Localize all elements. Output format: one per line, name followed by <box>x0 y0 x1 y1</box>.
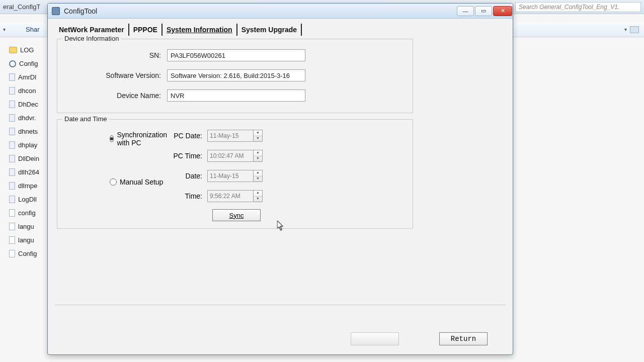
date-field[interactable] <box>207 170 254 182</box>
file-item[interactable]: Config <box>9 57 47 70</box>
radio-sync-pc[interactable] <box>110 135 114 142</box>
file-item[interactable]: LogDll <box>9 193 47 206</box>
dll-icon <box>9 87 15 95</box>
explorer-search-input[interactable]: Search General_ConfigTool_Eng_V1. <box>515 2 641 12</box>
app-icon <box>52 7 60 15</box>
date-label: Date: <box>167 172 207 180</box>
file-name: dhnets <box>18 128 38 135</box>
view-dropdown-icon[interactable]: ▾ <box>624 27 627 32</box>
file-name: dllmpe <box>18 182 37 190</box>
file-name: DhDec <box>18 101 38 108</box>
file-name: langu <box>18 236 34 244</box>
file-name: dhcon <box>18 87 36 95</box>
pc-time-spinner[interactable]: ▲▼ <box>254 150 263 162</box>
file-name: DllDein <box>18 155 39 162</box>
configtool-titlebar[interactable]: ConfigTool — ▭ ✕ <box>48 4 513 19</box>
file-item[interactable]: dhcon <box>9 84 47 98</box>
dname-field[interactable] <box>167 89 305 102</box>
tab-body: Device Information SN: Software Version:… <box>55 39 506 305</box>
file-item[interactable]: AmrDl <box>9 70 47 84</box>
sn-field[interactable] <box>167 49 305 61</box>
pc-time-label: PC Time: <box>167 152 207 160</box>
tab-system-information[interactable]: System Information <box>163 24 237 36</box>
file-item[interactable]: DhDec <box>9 98 47 111</box>
dll-icon <box>9 155 15 162</box>
tab-system-upgrade[interactable]: System Upgrade <box>237 24 302 36</box>
file-item[interactable]: DllDein <box>9 152 47 165</box>
time-label: Time: <box>167 192 207 200</box>
file-item[interactable]: dllh264 <box>9 165 47 179</box>
file-name: config <box>18 209 36 217</box>
maximize-button[interactable]: ▭ <box>475 6 492 16</box>
dll-icon <box>9 168 15 176</box>
swver-label: Software Version: <box>66 71 167 79</box>
radio-sync-label: Synchronization with PC <box>117 131 167 147</box>
pc-time-field[interactable] <box>207 150 254 162</box>
dll-icon <box>9 182 15 190</box>
file-item[interactable]: dhnets <box>9 125 47 138</box>
radio-manual-label: Manual Setup <box>120 178 163 186</box>
file-name: LOG <box>20 46 34 54</box>
file-name: Config <box>18 250 37 257</box>
datetime-legend: Date and Time <box>62 115 109 123</box>
gear-icon <box>9 60 16 67</box>
minimize-button[interactable]: — <box>457 6 474 16</box>
file-item[interactable]: dhplay <box>9 138 47 152</box>
folder-icon <box>9 47 17 53</box>
explorer-file-list: LOGConfigAmrDldhconDhDecdhdvr.dhnetsdhpl… <box>9 43 47 260</box>
sn-label: SN: <box>66 51 167 59</box>
dll-icon <box>9 73 15 81</box>
dll-icon <box>9 114 15 122</box>
pc-date-label: PC Date: <box>167 132 207 140</box>
file-name: dllh264 <box>18 168 39 176</box>
device-info-legend: Device Information <box>62 35 121 42</box>
pc-date-spinner[interactable]: ▲▼ <box>254 130 263 142</box>
file-item[interactable]: dllmpe <box>9 179 47 193</box>
tab-network-parameter[interactable]: NetWork Parameter <box>55 24 129 36</box>
time-spinner[interactable]: ▲▼ <box>254 190 263 202</box>
file-name: dhplay <box>18 141 37 149</box>
return-button[interactable]: Return <box>439 332 488 345</box>
dname-label: Device Name: <box>66 92 167 100</box>
dll-icon <box>9 196 15 203</box>
apply-button[interactable] <box>351 332 399 345</box>
dll-icon <box>9 101 15 108</box>
datetime-fieldset: Date and Time Synchronization with PC Ma… <box>57 119 413 229</box>
radio-manual[interactable] <box>110 178 117 186</box>
file-item[interactable]: LOG <box>9 43 47 57</box>
sync-button[interactable]: Sync <box>212 209 261 221</box>
file-icon <box>9 223 15 230</box>
tab-bar: NetWork ParameterPPPOESystem Information… <box>48 19 513 36</box>
file-icon <box>9 250 15 257</box>
swver-field[interactable] <box>167 69 305 81</box>
pc-date-field[interactable] <box>207 130 254 142</box>
dll-icon <box>9 128 15 135</box>
file-item[interactable]: langu <box>9 233 47 247</box>
file-name: langu <box>18 223 34 230</box>
date-spinner[interactable]: ▲▼ <box>254 170 263 182</box>
dropdown-icon[interactable]: ▾ <box>3 27 6 32</box>
dll-icon <box>9 141 15 149</box>
close-button[interactable]: ✕ <box>493 6 512 16</box>
time-field[interactable] <box>207 190 254 202</box>
file-item[interactable]: Config <box>9 247 47 260</box>
view-mode-icon[interactable] <box>630 26 639 33</box>
file-item[interactable]: config <box>9 206 47 220</box>
configtool-window: ConfigTool — ▭ ✕ NetWork ParameterPPPOES… <box>47 3 513 355</box>
file-item[interactable]: dhdvr. <box>9 111 47 125</box>
file-name: Config <box>19 60 38 67</box>
file-icon <box>9 236 15 244</box>
window-title: ConfigTool <box>64 7 452 15</box>
device-info-fieldset: Device Information SN: Software Version:… <box>57 39 413 113</box>
file-name: dhdvr. <box>18 114 36 122</box>
file-name: LogDll <box>18 196 37 203</box>
tab-pppoe[interactable]: PPPOE <box>129 24 163 36</box>
toolbar-share[interactable]: Shar <box>26 26 39 33</box>
explorer-title-partial: eral_ConfigT <box>0 3 40 11</box>
file-item[interactable]: langu <box>9 220 47 233</box>
file-icon <box>9 209 15 217</box>
file-name: AmrDl <box>18 73 36 81</box>
